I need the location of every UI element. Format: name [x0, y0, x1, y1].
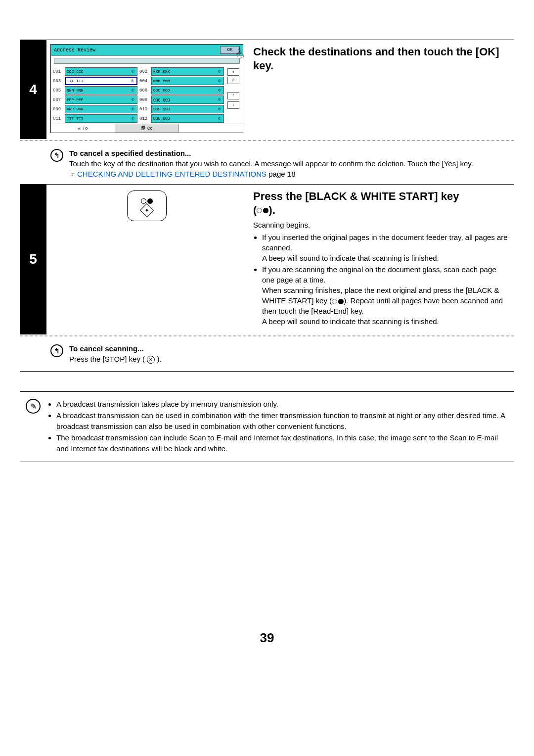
pencil-note-icon: ✎ [26, 399, 41, 414]
mail-icon: ✉ [78, 126, 80, 131]
addr-row[interactable]: TTT TTT✆ [65, 114, 137, 123]
note5-title: To cancel scanning... [69, 343, 162, 354]
addr-row[interactable]: QQQ QQQ✆ [151, 95, 224, 104]
phone-icon: ✆ [132, 106, 135, 112]
ok-button[interactable]: OK [220, 46, 240, 54]
return-icon: ↰ [50, 149, 63, 162]
panel-title: Address Review [54, 47, 95, 53]
reference-tail: page 18 [267, 170, 295, 178]
info-item-3: The broadcast transmission can include S… [56, 432, 508, 455]
reference-link[interactable]: CHECKING AND DELETING ENTERED DESTINATIO… [77, 170, 267, 178]
note5-body-a: Press the [STOP] key ( [69, 355, 147, 363]
addr-row[interactable]: NNN NNN✆ [65, 86, 137, 94]
page-number: 39 [20, 630, 514, 646]
note5-body-b: ). [155, 355, 161, 363]
phone-icon: ✆ [218, 88, 222, 94]
addr-num: 005 [53, 88, 64, 93]
note4-body: Touch the key of the destination that yo… [69, 158, 473, 169]
addr-row[interactable]: OOO OOO✆ [151, 86, 224, 94]
scroll-down-button[interactable]: ↓ [227, 101, 239, 109]
addr-row-selected[interactable]: LLL LLL✆ [65, 77, 137, 85]
phone-icon: ✆ [132, 88, 135, 94]
info-item-1: A broadcast transmission takes place by … [56, 399, 508, 410]
phone-icon: ✆ [131, 78, 135, 84]
addr-num: 002 [139, 69, 150, 74]
page-current: 1 [227, 68, 239, 76]
addr-num: 001 [53, 69, 64, 74]
step4-heading: Check the destinations and then touch th… [253, 45, 510, 72]
step5-bullet2-p2: A beep will sound to indicate that scann… [262, 317, 439, 326]
step5-bullet1-tail: A beep will sound to indicate that scann… [262, 254, 439, 262]
addr-num: 006 [139, 88, 150, 93]
stop-key-icon [147, 356, 155, 364]
tab-cc[interactable]: 🗐Cc [115, 124, 179, 133]
step-number-5: 5 [20, 184, 46, 334]
page-total: 2 [227, 77, 239, 84]
addr-num: 010 [139, 107, 150, 112]
address-review-panel: Address Review OK ☝ 001CCC CCC✆ 002KKK K… [50, 44, 243, 133]
phone-icon: ✆ [132, 97, 135, 103]
addr-num: 012 [139, 116, 150, 121]
phone-icon: ✆ [132, 116, 135, 122]
addr-num: 007 [53, 97, 64, 102]
step5-bullet1: If you inserted the original pages in th… [262, 233, 508, 252]
addr-row[interactable]: PPP PPP✆ [65, 95, 137, 104]
phone-icon: ✆ [218, 116, 222, 122]
addr-row[interactable]: SSS SSS✆ [151, 105, 224, 113]
addr-num: 011 [53, 116, 64, 121]
addr-num: 008 [139, 97, 150, 102]
step5-bullet2: If you are scanning the original on the … [262, 265, 496, 284]
tab-empty[interactable] [179, 124, 243, 133]
step5-heading: Press the [BLACK & WHITE START] key (). [253, 189, 510, 217]
note4-title: To cancel a specified destination... [69, 148, 473, 158]
addr-num: 009 [53, 107, 64, 112]
copy-icon: 🗐 [141, 126, 145, 131]
phone-icon: ✆ [218, 78, 222, 84]
addr-num: 003 [53, 79, 64, 84]
addr-row[interactable]: RRR RRR✆ [65, 105, 137, 113]
phone-icon: ✆ [218, 106, 222, 112]
scroll-up-button[interactable]: ↑ [227, 92, 239, 99]
phone-icon: ✆ [132, 69, 135, 75]
bw-start-key-illustration [127, 190, 167, 221]
info-item-2: A broadcast transmission can be used in … [56, 410, 508, 432]
phone-icon: ✆ [218, 97, 222, 103]
addr-row[interactable]: MMM MMM✆ [151, 77, 224, 85]
diamond-icon [140, 203, 154, 217]
step-number-4: 4 [20, 40, 46, 139]
addr-row[interactable]: KKK KKK✆ [151, 67, 224, 76]
addr-num: 004 [139, 79, 150, 84]
step5-begin: Scanning begins. [253, 220, 510, 230]
addr-row[interactable]: CCC CCC✆ [65, 67, 137, 76]
return-icon: ↰ [50, 344, 63, 357]
phone-icon: ✆ [218, 69, 222, 75]
addr-row[interactable]: UUU UUU✆ [151, 114, 224, 123]
tab-to[interactable]: ✉To [51, 124, 115, 133]
reference-icon: ☞ [69, 171, 75, 178]
